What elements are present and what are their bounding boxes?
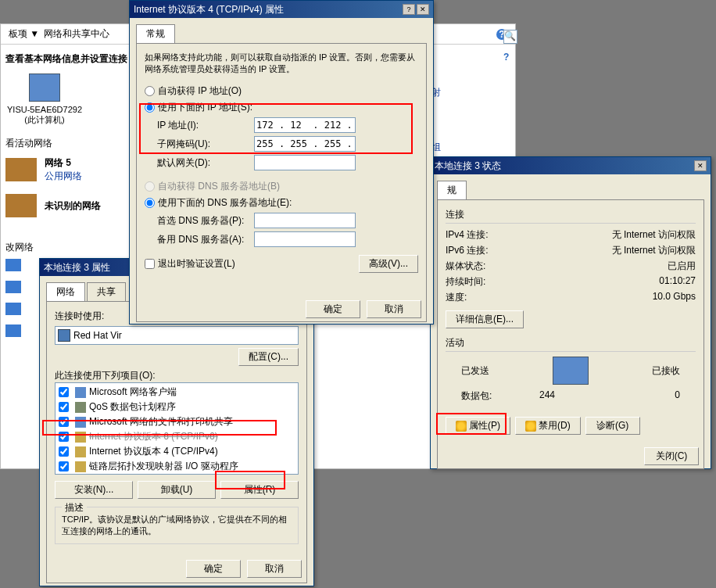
- adapter-icon: [58, 329, 70, 342]
- uninstall-button[interactable]: 卸载(U): [138, 481, 216, 499]
- window-title: 本地连接 3 属性: [44, 261, 110, 274]
- network-type-link[interactable]: 公用网络: [45, 170, 82, 183]
- subnet-mask-input[interactable]: [254, 136, 356, 152]
- dns1-input[interactable]: [254, 213, 356, 228]
- diagnose-button[interactable]: 诊断(G): [585, 417, 640, 435]
- network-icon: [5, 194, 37, 217]
- items-listbox[interactable]: Microsoft 网络客户端 QoS 数据包计划程序 Microsoft 网络…: [55, 382, 299, 475]
- activity-icon: [553, 357, 589, 385]
- ok-button[interactable]: 确定: [306, 300, 360, 318]
- validate-checkbox[interactable]: 退出时验证设置(L): [145, 257, 235, 271]
- item-checkbox[interactable]: [59, 402, 69, 412]
- advanced-button[interactable]: 高级(V)...: [359, 255, 418, 273]
- protocol-icon: [75, 432, 86, 443]
- lltd-icon: [75, 461, 86, 472]
- dns2-input[interactable]: [254, 231, 356, 247]
- help-icon[interactable]: ?: [503, 52, 517, 66]
- protocol-icon: [75, 446, 86, 457]
- connect-icon[interactable]: [5, 281, 21, 293]
- close-icon[interactable]: ✕: [694, 160, 707, 171]
- properties-button[interactable]: 属性(P): [446, 417, 510, 435]
- cancel-button[interactable]: 取消: [247, 560, 302, 578]
- network-name-unknown: 未识别的网络: [45, 199, 101, 213]
- item-checkbox[interactable]: [59, 417, 69, 427]
- breadcrumb-options[interactable]: 板项 ▼: [9, 27, 39, 41]
- close-icon[interactable]: ✕: [417, 4, 429, 15]
- auto-ip-radio[interactable]: 自动获得 IP 地址(O): [145, 84, 242, 98]
- item-checkbox[interactable]: [59, 387, 69, 397]
- gateway-input[interactable]: [254, 155, 356, 170]
- shield-icon: [525, 421, 536, 432]
- item-checkbox[interactable]: [59, 461, 69, 471]
- this-pc-icon[interactable]: YISU-5EAE6D7292 (此计算机): [5, 74, 84, 126]
- ok-button[interactable]: 确定: [186, 560, 241, 578]
- configure-button[interactable]: 配置(C)...: [238, 348, 299, 366]
- window-title: Internet 协议版本 4 (TCP/IPv4) 属性: [134, 3, 284, 16]
- description-text: TCP/IP。该协议是默认的广域网络协议，它提供在不同的相互连接的网络上的通讯。: [62, 514, 292, 537]
- tab-network[interactable]: 网络: [46, 282, 85, 301]
- cancel-button[interactable]: 取消: [367, 300, 421, 318]
- fileprint-icon: [75, 417, 86, 428]
- tab-general[interactable]: 规: [437, 181, 467, 199]
- tab-sharing[interactable]: 共享: [87, 282, 126, 301]
- search-icon[interactable]: 🔍: [503, 30, 517, 44]
- properties-button[interactable]: 属性(R): [220, 481, 299, 499]
- adapter-name: Red Hat Vir: [73, 330, 122, 341]
- use-ip-radio[interactable]: 使用下面的 IP 地址(S):: [145, 101, 252, 114]
- network-name: 网络 5: [45, 156, 82, 170]
- connection-status-window: 本地连接 3 状态 ✕ 规 连接 IPv4 连接:无 Internet 访问权限…: [430, 156, 711, 469]
- use-dns-radio[interactable]: 使用下面的 DNS 服务器地址(E):: [145, 196, 292, 210]
- tab-general[interactable]: 常规: [136, 24, 175, 43]
- description-legend: 描述: [62, 501, 87, 514]
- auto-dns-radio: 自动获得 DNS 服务器地址(B): [145, 180, 280, 193]
- install-button[interactable]: 安装(N)...: [55, 481, 133, 499]
- qos-icon: [75, 402, 86, 413]
- troubleshoot-icon[interactable]: [5, 324, 21, 337]
- uses-items-label: 此连接使用下列项目(O):: [55, 369, 299, 382]
- item-checkbox[interactable]: [59, 446, 69, 457]
- activity-heading: 活动: [446, 336, 696, 350]
- network-icon: [5, 158, 37, 181]
- shield-icon: [456, 421, 467, 432]
- connection-heading: 连接: [446, 208, 696, 221]
- ipv4-properties-window: Internet 协议版本 4 (TCP/IPv4) 属性 ? ✕ 常规 如果网…: [129, 0, 434, 324]
- close-button[interactable]: 关闭(C): [644, 447, 699, 465]
- help-icon[interactable]: ?: [403, 4, 415, 15]
- details-button[interactable]: 详细信息(E)...: [446, 310, 524, 328]
- intro-text: 如果网络支持此功能，则可以获取自动指派的 IP 设置。否则，您需要从网络系统管理…: [145, 52, 418, 75]
- breadcrumb-title[interactable]: 网络和共享中心: [44, 27, 109, 41]
- item-checkbox[interactable]: [59, 432, 69, 442]
- window-title: 本地连接 3 状态: [435, 160, 501, 173]
- homegroup-icon[interactable]: [5, 303, 21, 315]
- ip-address-input[interactable]: [254, 117, 356, 133]
- setup-icon[interactable]: [5, 259, 21, 271]
- disable-button[interactable]: 禁用(D): [515, 417, 581, 435]
- client-icon: [75, 387, 86, 398]
